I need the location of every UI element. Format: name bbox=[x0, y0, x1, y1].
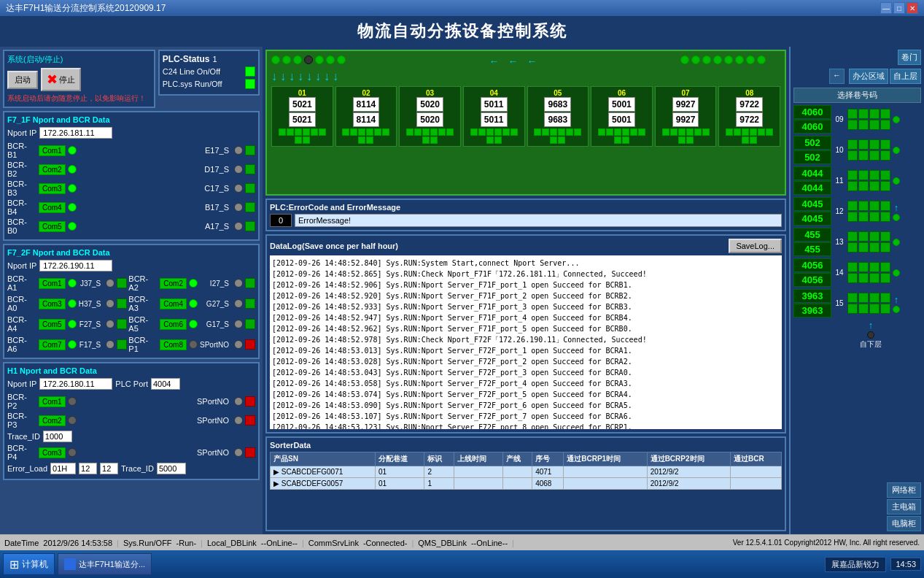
minimize-button[interactable]: — bbox=[880, 2, 892, 14]
h1-nport-ip[interactable] bbox=[39, 378, 112, 390]
error-message-input[interactable] bbox=[295, 214, 782, 227]
bcr-a0-led bbox=[117, 298, 127, 309]
app-icon bbox=[64, 558, 76, 570]
windows-icon: ⊞ bbox=[9, 558, 19, 571]
error-code-input[interactable] bbox=[270, 214, 292, 227]
num2-val[interactable] bbox=[100, 463, 118, 474]
track-05: 05 9683 9683 bbox=[527, 86, 589, 147]
bcr-p1-com[interactable]: Com8 bbox=[160, 339, 187, 350]
savelog-button[interactable]: SaveLog... bbox=[729, 239, 782, 253]
bcr-b4-com[interactable]: Com4 bbox=[39, 202, 66, 213]
bcr-b4-led bbox=[245, 202, 255, 212]
bcr-a5-com[interactable]: Com6 bbox=[160, 319, 187, 330]
arrows-row: ↓ ↓ ↓ ↓ ↓ ↓ ↓ ↓ bbox=[271, 70, 780, 83]
circle13 bbox=[735, 55, 744, 64]
bcr-a4-com[interactable]: Com5 bbox=[39, 319, 66, 330]
bcr-p3-led bbox=[245, 415, 255, 425]
taskbar-app[interactable]: 达丰F7H1输送分... bbox=[58, 553, 152, 575]
bcr-a1-led bbox=[117, 278, 127, 288]
bcr-p1-led bbox=[245, 339, 255, 350]
rn-row-10: 502 502 10 bbox=[793, 136, 921, 164]
arr6: ↓ bbox=[315, 70, 321, 83]
error-load-val[interactable] bbox=[50, 463, 76, 474]
bcr-a4-row: BCR-A4 Com5 F27_S bbox=[7, 315, 127, 333]
track-02: 02 8114 8114 bbox=[335, 86, 397, 147]
status-sysrun: -Run- bbox=[176, 539, 197, 547]
arr8: ↓ bbox=[333, 70, 338, 83]
plcsys-label: PLC.sys Run/Off bbox=[163, 80, 242, 88]
bcr-a6-row: BCR-A6 Com7 F17_S bbox=[7, 336, 127, 353]
rn-row-09: 4060 4060 09 bbox=[793, 105, 921, 134]
status-sysrun-label: Sys.Run/OFF bbox=[123, 539, 172, 547]
errorload-label: Error_Load bbox=[7, 464, 47, 473]
arr4: ↓ bbox=[298, 70, 303, 83]
bcr-a3-led bbox=[245, 298, 255, 309]
system-title: 系统(启动/停止) bbox=[7, 54, 151, 65]
circle1 bbox=[271, 55, 280, 64]
f71f-nport-ip[interactable] bbox=[39, 127, 112, 139]
bcr-b2-circle bbox=[68, 165, 77, 174]
table-row: ▶ SCABCDEFG005701140682012/9/2 bbox=[271, 478, 782, 490]
error-load-row: Error_Load Trace_ID bbox=[7, 463, 255, 474]
warning-text: 系统启动后请勿随意停止，以免影响运行！ bbox=[7, 93, 151, 104]
window-title: 达丰F7H1输送分流控制系统20120909.17 bbox=[6, 2, 166, 15]
stop-button[interactable]: ✖ 停止 bbox=[41, 68, 81, 91]
track-07: 07 9927 9927 bbox=[655, 86, 717, 147]
num1-val[interactable] bbox=[79, 463, 97, 474]
stop-label: 停止 bbox=[59, 74, 75, 85]
main-arrow-left: ← bbox=[489, 55, 500, 67]
circle3 bbox=[293, 55, 302, 64]
bcr-a0-c bbox=[68, 299, 77, 308]
maximize-button[interactable]: □ bbox=[893, 2, 905, 14]
bcr-b3-com[interactable]: Com3 bbox=[39, 183, 66, 194]
bcr-p1-c bbox=[189, 340, 198, 349]
plc-status-box: PLC-Status 1 C24 Line On/Off PLC.sys Run… bbox=[158, 50, 260, 96]
bcr-a3-c bbox=[189, 299, 198, 308]
bcr-a1-com[interactable]: Com1 bbox=[39, 278, 66, 289]
cabinet-labels: 网络柜 主电箱 电脑柜 bbox=[793, 482, 921, 531]
bcr-a6-c bbox=[68, 340, 77, 349]
traceid1-label: Trace_ID bbox=[7, 432, 40, 441]
bcr-b2-com[interactable]: Com2 bbox=[39, 164, 66, 175]
f72f-bcr-rows: BCR-A1 Com1 J37_S BCR-A2 Com2 I27_S bbox=[7, 274, 255, 355]
office-label: 办公区域 bbox=[849, 69, 888, 84]
bcr-a6-com[interactable]: Com7 bbox=[39, 339, 66, 350]
status-comm-label: CommSrvLink bbox=[308, 539, 359, 547]
conveyor-area: ← ← ← bbox=[265, 50, 786, 196]
f71f-bcr-rows: BCR-B1 Com1 E17_S BCR-B2 Com2 D17_S bbox=[7, 142, 255, 235]
plc-status-num: 1 bbox=[212, 55, 217, 63]
bcr-p4-com[interactable]: Com3 bbox=[39, 447, 66, 458]
start-menu-button[interactable]: ⊞ 计算机 bbox=[3, 553, 55, 575]
bcr-p2-com[interactable]: Com1 bbox=[39, 396, 66, 407]
bcr-b0-com[interactable]: Com5 bbox=[39, 221, 66, 232]
bcr-a4-led bbox=[117, 319, 127, 329]
close-button[interactable]: ✕ bbox=[906, 2, 918, 14]
app-wrapper: 达丰F7H1输送分流控制系统20120909.17 — □ ✕ 物流自动分拣设备… bbox=[0, 0, 924, 578]
sorter-title: SorterData bbox=[270, 441, 782, 450]
bcr-a2-led bbox=[245, 278, 255, 288]
bcr-p3-com[interactable]: Com2 bbox=[39, 415, 66, 426]
f72f-title: F7_2F Nport and BCR Data bbox=[7, 248, 255, 257]
h1-nport-label: Nport IP bbox=[7, 379, 36, 388]
sorter-table: 产品SN 分配巷道 标识 上线时间 产线 序号 通过BCRP1时间 通过BCRP… bbox=[270, 452, 782, 490]
f71f-section: F7_1F Nport and BCR Data Nport IP BCR-B1… bbox=[3, 111, 260, 241]
start-button[interactable]: 启动 bbox=[7, 71, 38, 89]
datalog-section: DataLog(Save once per half hour) SaveLog… bbox=[265, 234, 786, 434]
bcr-a5-c bbox=[189, 320, 198, 328]
trace-id2-val[interactable] bbox=[157, 463, 186, 474]
bcr-b0-row: BCR-B0 Com5 A17_S bbox=[7, 217, 255, 235]
bcr-a2-com[interactable]: Com2 bbox=[160, 278, 187, 289]
bcr-a3-com[interactable]: Com4 bbox=[160, 298, 187, 309]
task-right: 展嘉品新锐力 14:53 bbox=[825, 557, 921, 572]
f72f-nport-ip[interactable] bbox=[39, 260, 112, 271]
track-08: 08 9722 9722 bbox=[718, 86, 780, 147]
trace-id1-val[interactable] bbox=[43, 431, 72, 442]
bcr-b1-com[interactable]: Com1 bbox=[39, 145, 66, 156]
bcr-a0-com[interactable]: Com3 bbox=[39, 298, 66, 309]
bcr-a1-row: BCR-A1 Com1 J37_S bbox=[7, 274, 127, 292]
datalog-content: [2012-09-26 14:48:52.840] Sys.RUN:System… bbox=[270, 255, 782, 429]
statusbar: DateTime 2012/9/26 14:53:58 | Sys.Run/OF… bbox=[0, 534, 924, 550]
sorter-section: SorterData 产品SN 分配巷道 标识 上线时间 产线 序号 通过BCR bbox=[265, 436, 786, 531]
status-localdb: --OnLine-- bbox=[261, 539, 298, 547]
h1-plcport[interactable] bbox=[151, 378, 180, 390]
